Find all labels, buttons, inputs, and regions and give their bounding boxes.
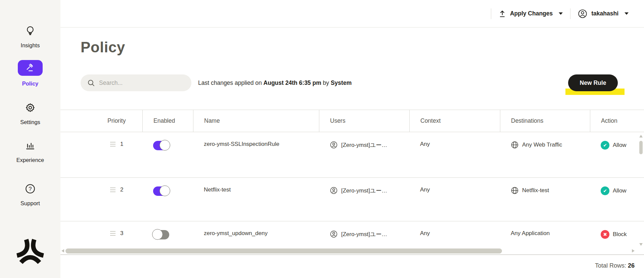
scroll-down-arrow-icon[interactable] bbox=[639, 243, 643, 246]
active-nav-pill bbox=[18, 60, 43, 76]
user-group-icon bbox=[330, 141, 338, 149]
priority-cell: 3 bbox=[60, 221, 142, 237]
vertical-scrollbar-thumb[interactable] bbox=[639, 141, 643, 154]
name-cell: zero-ymst_updown_deny bbox=[193, 221, 319, 237]
vertical-scrollbar[interactable] bbox=[639, 134, 643, 250]
topbar: Apply Changes takahashi bbox=[60, 0, 644, 27]
lightbulb-icon bbox=[25, 24, 35, 38]
users-cell: [Zero-ymst]ユー… bbox=[319, 132, 409, 149]
table-body: 1 zero-ymst-SSLInspectionRule [Zero-ymst… bbox=[60, 132, 644, 248]
name-cell: zero-ymst-SSLInspectionRule bbox=[193, 132, 319, 148]
help-icon: ? bbox=[25, 182, 36, 196]
action-cell: Block bbox=[590, 221, 644, 239]
table-bottom-divider bbox=[60, 255, 644, 255]
sidebar-item-support[interactable]: ? Support bbox=[20, 182, 40, 207]
controls-row: Last changes applied on August 24th 6:35… bbox=[81, 74, 644, 91]
context-cell: Any bbox=[409, 132, 500, 148]
svg-text:?: ? bbox=[29, 186, 32, 192]
new-rule-button[interactable]: New Rule bbox=[568, 74, 618, 91]
horizontal-scrollbar-thumb[interactable] bbox=[65, 248, 502, 254]
search-box[interactable] bbox=[81, 74, 191, 91]
table-header: Priority Enabled Name Users Context Dest… bbox=[60, 110, 644, 132]
globe-icon bbox=[511, 141, 519, 149]
action-value: Allow bbox=[613, 187, 627, 194]
toggle-knob bbox=[152, 229, 163, 240]
destinations-cell: Any Web Traffic bbox=[500, 132, 590, 149]
toggle-knob bbox=[159, 140, 170, 151]
last-changes-prefix: Last changes applied on bbox=[198, 79, 264, 86]
users-cell: [Zero-ymst]ユー… bbox=[319, 221, 409, 238]
column-header-users: Users bbox=[319, 110, 409, 132]
chevron-down-icon[interactable] bbox=[559, 12, 563, 15]
sidebar-item-experience[interactable]: Experience bbox=[16, 139, 44, 163]
action-value: Allow bbox=[613, 142, 627, 149]
enabled-toggle[interactable] bbox=[153, 186, 169, 196]
sidebar-item-policy[interactable]: Policy bbox=[18, 60, 43, 87]
destinations-cell: Netflix-test bbox=[500, 178, 590, 194]
action-status-icon bbox=[601, 141, 609, 150]
column-header-enabled: Enabled bbox=[142, 110, 193, 132]
app-window: Insights Policy Set bbox=[0, 0, 644, 278]
search-input[interactable] bbox=[99, 79, 185, 87]
sidebar: Insights Policy Set bbox=[0, 0, 60, 278]
enabled-cell bbox=[142, 221, 193, 239]
action-value: Block bbox=[613, 231, 627, 238]
avatar-icon bbox=[578, 9, 587, 18]
destination-value: Netflix-test bbox=[522, 187, 549, 194]
drag-handle-icon[interactable] bbox=[110, 187, 116, 192]
user-menu-button[interactable]: takahashi bbox=[570, 9, 636, 18]
users-cell: [Zero-ymst]ユー… bbox=[319, 178, 409, 194]
last-changes-date: August 24th 6:35 pm bbox=[264, 79, 321, 86]
scroll-right-arrow-icon[interactable] bbox=[632, 249, 635, 253]
gavel-icon bbox=[25, 61, 35, 75]
brand-logo bbox=[15, 237, 46, 269]
priority-value: 3 bbox=[120, 230, 123, 237]
user-group-icon bbox=[330, 230, 338, 238]
destination-value: Any Application bbox=[511, 230, 550, 237]
chevron-down-icon[interactable] bbox=[625, 12, 629, 15]
drag-handle-icon[interactable] bbox=[110, 231, 116, 236]
drag-handle-icon[interactable] bbox=[110, 142, 116, 147]
enabled-cell bbox=[142, 178, 193, 196]
priority-cell: 1 bbox=[60, 132, 142, 148]
enabled-toggle[interactable] bbox=[153, 141, 169, 150]
bar-chart-icon bbox=[25, 139, 36, 152]
sidebar-item-settings[interactable]: Settings bbox=[20, 101, 40, 125]
user-name: takahashi bbox=[591, 10, 618, 17]
table-row[interactable]: 1 zero-ymst-SSLInspectionRule [Zero-ymst… bbox=[60, 132, 644, 178]
column-header-name: Name bbox=[193, 110, 319, 132]
priority-cell: 2 bbox=[60, 178, 142, 193]
column-header-context: Context bbox=[409, 110, 500, 132]
sidebar-item-label: Settings bbox=[20, 119, 40, 125]
total-rows-label: Total Rows: bbox=[595, 262, 628, 269]
users-value: [Zero-ymst]ユー… bbox=[341, 230, 387, 238]
destination-value: Any Web Traffic bbox=[522, 142, 562, 148]
upload-icon bbox=[499, 10, 506, 18]
table-row[interactable]: 3 zero-ymst_updown_deny [Zero-ymst]ユー… A… bbox=[60, 221, 644, 248]
users-value: [Zero-ymst]ユー… bbox=[341, 141, 387, 149]
page-title: Policy bbox=[81, 39, 125, 56]
sidebar-item-label: Experience bbox=[16, 157, 44, 163]
main-area: Apply Changes takahashi Policy bbox=[60, 0, 644, 278]
total-rows: Total Rows: 26 bbox=[595, 262, 635, 269]
destinations-cell: Any Application bbox=[500, 221, 590, 237]
new-rule-wrap: New Rule bbox=[565, 74, 625, 95]
scroll-left-arrow-icon[interactable] bbox=[61, 249, 64, 253]
priority-value: 2 bbox=[120, 186, 123, 193]
last-changes-by: by bbox=[321, 79, 331, 86]
apply-changes-button[interactable]: Apply Changes bbox=[491, 10, 570, 18]
context-cell: Any bbox=[409, 221, 500, 237]
users-value: [Zero-ymst]ユー… bbox=[341, 187, 387, 194]
column-header-priority: Priority bbox=[60, 110, 142, 132]
last-changes-author: System bbox=[331, 79, 352, 86]
priority-value: 1 bbox=[120, 141, 123, 148]
sidebar-item-insights[interactable]: Insights bbox=[21, 24, 40, 49]
enabled-cell bbox=[142, 132, 193, 150]
table-row[interactable]: 2 Netflix-test [Zero-ymst]ユー… Any bbox=[60, 178, 644, 221]
last-changes-text: Last changes applied on August 24th 6:35… bbox=[198, 79, 352, 87]
scroll-up-arrow-icon[interactable] bbox=[639, 135, 643, 137]
globe-icon bbox=[511, 186, 519, 194]
horizontal-scrollbar[interactable] bbox=[60, 248, 644, 254]
enabled-toggle[interactable] bbox=[153, 230, 169, 239]
search-icon bbox=[87, 79, 95, 87]
